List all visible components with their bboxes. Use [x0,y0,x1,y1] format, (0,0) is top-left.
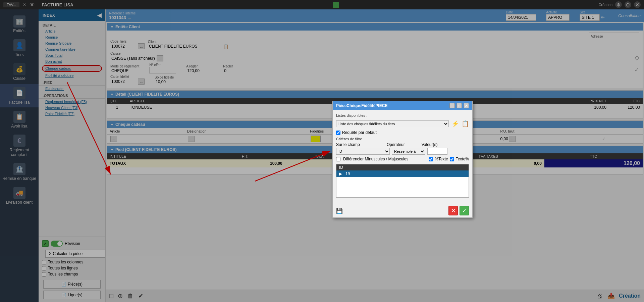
row-arrow: ▶ [339,171,342,176]
modal: PièceChèqueFidélitéPIECE — □ ✕ Listes di… [332,101,473,218]
listes-label: Listes disponibles : [336,113,370,117]
grid-empty-space [336,177,469,197]
modal-restore-btn[interactable]: □ [457,103,462,108]
modal-window-buttons: — □ ✕ [449,103,469,108]
criteres-label: Critères de filtre [336,137,469,141]
row-id: 19 [345,171,350,176]
copy-list-icon[interactable]: 📋 [462,120,469,128]
differ-row: Différencier Minuscules / Majuscules %Te… [336,157,469,161]
valeur-input[interactable] [427,148,447,155]
differ-checkbox[interactable] [336,157,340,161]
modal-body: Listes disponibles : Liste des chèques f… [333,110,472,204]
champ-select[interactable]: ID [336,148,390,155]
pct-texte-checkbox[interactable] [429,157,433,161]
requete-row: Requête par défaut [336,130,469,135]
filter-row: ID Ressemble à [336,148,469,155]
modal-overlay: PièceChèqueFidélitéPIECE — □ ✕ Listes di… [0,0,644,302]
operateur-label: Opérateur [387,142,405,147]
operateur-select[interactable]: Ressemble à [392,148,425,155]
requete-checkbox[interactable] [336,131,340,135]
modal-title: PièceChèqueFidélitéPIECE [336,103,387,108]
pct-texte-label: %Texte [435,157,448,161]
modal-action-buttons: ✕ ✓ [448,206,469,215]
modal-cancel-button[interactable]: ✕ [448,206,458,215]
texte-pct-label: Texte% [456,157,469,161]
sur-champ-label: Sur le champ [336,142,360,147]
listes-select-row: Liste des chèques fidélités du tiers ⚡ 📋 [336,120,469,128]
modal-footer: 💾 ✕ ✓ [333,204,472,217]
modal-close-btn[interactable]: ✕ [464,103,469,108]
grid-col-id: ID [339,165,343,170]
modal-ok-button[interactable]: ✓ [460,206,469,215]
listes-select[interactable]: Liste des chèques fidélités du tiers [336,120,449,127]
requete-label: Requête par défaut [342,130,377,135]
valeurs-label: Valeur(s) [422,142,438,147]
db-icon[interactable]: 💾 [336,208,343,214]
differ-label: Différencier Minuscules / Majuscules [343,157,409,161]
lightning-icon[interactable]: ⚡ [451,120,459,128]
modal-titlebar: PièceChèqueFidélitéPIECE — □ ✕ [333,101,472,110]
grid-header: ID [336,164,469,170]
grid-row-selected[interactable]: ▶ 19 [336,170,469,177]
modal-minimize-btn[interactable]: — [449,103,455,108]
listes-row: Listes disponibles : [336,113,469,117]
modal-grid: ID ▶ 19 [336,164,469,198]
texte-pct-checkbox[interactable] [450,157,454,161]
